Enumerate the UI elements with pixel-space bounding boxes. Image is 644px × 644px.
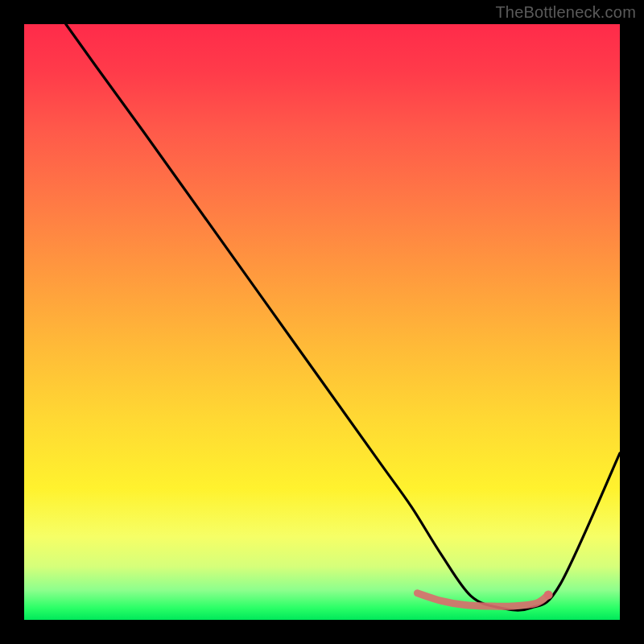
watermark-text: TheBottleneck.com [495, 3, 636, 22]
chart-svg [24, 24, 620, 620]
optimal-range-marker [417, 593, 548, 607]
bottleneck-curve [66, 24, 620, 610]
optimal-range-end-dot [544, 590, 553, 599]
chart-frame: TheBottleneck.com [0, 0, 644, 644]
plot-area [24, 24, 620, 620]
